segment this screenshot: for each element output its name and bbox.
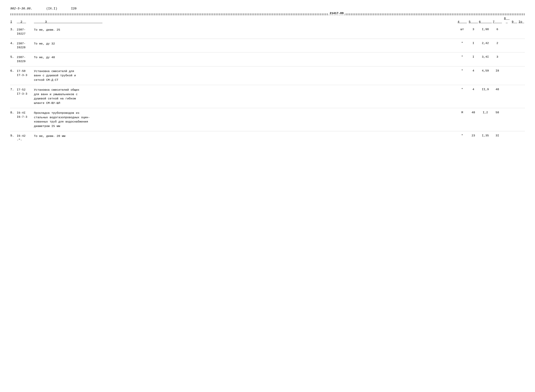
row-qty-1: I: [468, 42, 478, 45]
table-body: 3. 2307-I0227 То же, диам. 25 шт 3 I,98 …: [10, 25, 525, 145]
row-num-5: 8.: [10, 111, 15, 114]
row-total-2: 3: [492, 55, 502, 59]
header: 902-5-36.86. (IX.I) I20: [10, 7, 525, 10]
row-unit-4: ": [456, 88, 468, 91]
row-total-1: 2: [492, 42, 502, 45]
header-section: (IX.I): [46, 7, 57, 10]
table-row: 6. I7-50 I7-3-3 Установка смесителй для …: [10, 66, 525, 85]
row-code-2: 2307-I0229: [17, 55, 32, 64]
row-desc-4: Установка смесителей общих для ванн и ум…: [32, 88, 456, 105]
row-unit-1: ": [456, 42, 468, 45]
col-header-2: _ 2 _: [17, 20, 32, 24]
row-qty-4: 4: [468, 88, 478, 91]
row-total-3: I8: [492, 69, 502, 72]
row-price-2: 3,4I: [478, 55, 492, 59]
row-num-2: 5.: [10, 55, 15, 59]
col-header-10: Io_: [518, 20, 525, 24]
row-unit-0: шт: [456, 28, 468, 31]
row-num-0: 3.: [10, 28, 15, 31]
col-header-5: 5 _ _: [468, 20, 478, 24]
row-code-6: I6-42 -"-: [17, 134, 32, 142]
row-price-0: I,98: [478, 28, 492, 31]
row-qty-5: 48: [468, 111, 478, 114]
row-unit-5: М: [456, 111, 468, 114]
table-row: 4. 2307-I0228 То же, ду 32 " I 2,42 2: [10, 39, 525, 53]
row-unit-6: ": [456, 134, 468, 137]
stamp-number: 21417-09: [329, 12, 345, 15]
row-desc-2: То же, ду 40: [32, 55, 456, 60]
table-row: 9. I6-42 -"- То же, диам. 20 мм " 23 I,3…: [10, 131, 525, 145]
row-desc-0: То же, диам. 25: [32, 28, 456, 32]
stamp-section: 21417-09: [10, 14, 525, 14]
row-desc-1: То же, ду 32: [32, 42, 456, 46]
header-page: I20: [71, 7, 76, 10]
header-code: 902-5-36.86.: [10, 7, 33, 10]
col-header-1: I: [10, 20, 15, 24]
row-unit-3: ": [456, 69, 468, 72]
col-header-3: _ _ _ 3 _ _ _ _ _ _ _ _ _ _ _ _ _ _ _: [32, 20, 456, 24]
row-qty-2: I: [468, 55, 478, 59]
row-qty-0: 3: [468, 28, 478, 31]
column-headers: I _ 2 _ _ _ _ 3 _ _ _ _ _ _ _ _ _ _ _ _ …: [10, 15, 525, 25]
table-row: 7. I7-52 I7-3-3 Установка смесителей общ…: [10, 85, 525, 108]
row-num-6: 9.: [10, 134, 15, 137]
col-header-6: 6 _ _ _: [478, 20, 492, 24]
row-price-1: 2,42: [478, 42, 492, 45]
row-total-0: 6: [492, 28, 502, 31]
row-price-5: I,2: [478, 111, 492, 114]
col-header-9: 9 _: [511, 20, 518, 24]
row-desc-5: Прокладка трубопроводов из стальных водо…: [32, 111, 456, 128]
row-desc-6: То же, диам. 20 мм: [32, 134, 456, 138]
row-num-3: 6.: [10, 69, 15, 73]
row-price-4: II,9: [478, 88, 492, 91]
row-num-4: 7.: [10, 88, 15, 91]
row-total-6: 3I: [492, 134, 502, 137]
row-price-3: 4,59: [478, 69, 492, 72]
col-header-7: 7 _ _: [492, 20, 502, 24]
row-price-6: I,35: [478, 134, 492, 137]
col-header-8: 8 _ _: [502, 17, 511, 24]
row-total-5: 58: [492, 111, 502, 114]
row-unit-2: ": [456, 55, 468, 59]
row-code-0: 2307-I0227: [17, 28, 32, 36]
col-header-4: 4 _ _: [456, 20, 468, 24]
row-qty-3: 4: [468, 69, 478, 72]
row-code-1: 2307-I0228: [17, 42, 32, 50]
row-num-1: 4.: [10, 42, 15, 45]
row-code-3: I7-50 I7-3-3: [17, 69, 32, 77]
row-code-4: I7-52 I7-3-3: [17, 88, 32, 96]
table-row: 8. I6-4I I6-7-3 Прокладка трубопроводов …: [10, 108, 525, 131]
row-desc-3: Установка смесителй для ванн с душевой т…: [32, 69, 456, 82]
row-qty-6: 23: [468, 134, 478, 137]
table-row: 5. 2307-I0229 То же, ду 40 " I 3,4I 3: [10, 52, 525, 66]
table-row: 3. 2307-I0227 То же, диам. 25 шт 3 I,98 …: [10, 25, 525, 39]
row-total-4: 48: [492, 88, 502, 91]
row-code-5: I6-4I I6-7-3: [17, 111, 32, 119]
